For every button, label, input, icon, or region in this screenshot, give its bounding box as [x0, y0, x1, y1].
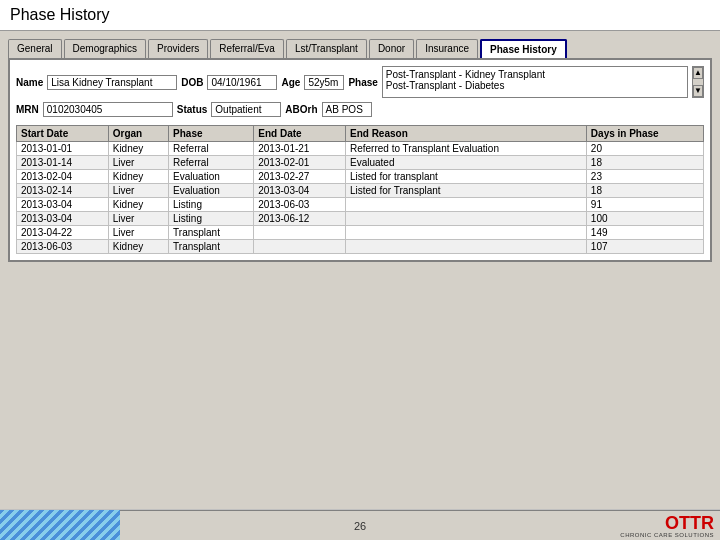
- dob-value: 04/10/1961: [207, 75, 277, 90]
- tab-donor[interactable]: Donor: [369, 39, 414, 58]
- status-value: Outpatient: [211, 102, 281, 117]
- table-row[interactable]: 2013-04-22LiverTransplant149: [17, 226, 704, 240]
- patient-info-row-2: MRN 0102030405 Status Outpatient ABOrh A…: [16, 102, 704, 117]
- aborn-label: ABOrh: [285, 104, 317, 115]
- mrn-label: MRN: [16, 104, 39, 115]
- phase-value: Post-Transplant - Kidney TransplantPost-…: [382, 66, 688, 98]
- table-row[interactable]: 2013-01-14LiverReferral2013-02-01Evaluat…: [17, 156, 704, 170]
- title-bar: Phase History: [0, 0, 720, 31]
- history-table: Start DateOrganPhaseEnd DateEnd ReasonDa…: [16, 125, 704, 254]
- table-row[interactable]: 2013-02-04KidneyEvaluation2013-02-27List…: [17, 170, 704, 184]
- scroll-down-arrow[interactable]: ▼: [693, 85, 703, 97]
- table-row[interactable]: 2013-03-04KidneyListing2013-06-0391: [17, 198, 704, 212]
- ottr-logo-sub: CHRONIC CARE SOLUTIONS: [620, 532, 714, 538]
- dob-label: DOB: [181, 77, 203, 88]
- col-header-end-date: End Date: [254, 126, 346, 142]
- aborn-value: AB POS: [322, 102, 372, 117]
- name-label: Name: [16, 77, 43, 88]
- table-row[interactable]: 2013-02-14LiverEvaluation2013-03-04Liste…: [17, 184, 704, 198]
- footer: 26 OTTR CHRONIC CARE SOLUTIONS: [0, 510, 720, 540]
- phase-label: Phase: [348, 77, 377, 88]
- col-header-start-date: Start Date: [17, 126, 109, 142]
- tab-demographics[interactable]: Demographics: [64, 39, 146, 58]
- col-header-days-in-phase: Days in Phase: [586, 126, 703, 142]
- diagonal-stripe: [0, 510, 120, 540]
- col-header-end-reason: End Reason: [345, 126, 586, 142]
- col-header-organ: Organ: [108, 126, 168, 142]
- tab-providers[interactable]: Providers: [148, 39, 208, 58]
- mrn-value: 0102030405: [43, 102, 173, 117]
- scroll-up-arrow[interactable]: ▲: [693, 67, 703, 79]
- page-number: 26: [354, 520, 366, 532]
- tab-referral-eva[interactable]: Referral/Eva: [210, 39, 284, 58]
- age-value: 52y5m: [304, 75, 344, 90]
- phase-scrollbar[interactable]: ▲ ▼: [692, 66, 704, 98]
- tab-lst-transplant[interactable]: Lst/Transplant: [286, 39, 367, 58]
- tab-insurance[interactable]: Insurance: [416, 39, 478, 58]
- age-label: Age: [281, 77, 300, 88]
- table-row[interactable]: 2013-03-04LiverListing2013-06-12100: [17, 212, 704, 226]
- main-content: GeneralDemographicsProvidersReferral/Eva…: [0, 31, 720, 509]
- panel: Name Lisa Kidney Transplant DOB 04/10/19…: [8, 58, 712, 262]
- col-header-phase: Phase: [169, 126, 254, 142]
- page-title: Phase History: [10, 6, 110, 23]
- table-row[interactable]: 2013-06-03KidneyTransplant107: [17, 240, 704, 254]
- tab-phase-history[interactable]: Phase History: [480, 39, 567, 58]
- ottr-logo-text: OTTR: [665, 514, 714, 532]
- ottr-logo: OTTR CHRONIC CARE SOLUTIONS: [620, 514, 714, 538]
- status-label: Status: [177, 104, 208, 115]
- tab-general[interactable]: General: [8, 39, 62, 58]
- table-row[interactable]: 2013-01-01KidneyReferral2013-01-21Referr…: [17, 142, 704, 156]
- table-container: Start DateOrganPhaseEnd DateEnd ReasonDa…: [16, 121, 704, 254]
- tabs-row: GeneralDemographicsProvidersReferral/Eva…: [4, 35, 716, 58]
- patient-info-row-1: Name Lisa Kidney Transplant DOB 04/10/19…: [16, 66, 704, 98]
- name-value: Lisa Kidney Transplant: [47, 75, 177, 90]
